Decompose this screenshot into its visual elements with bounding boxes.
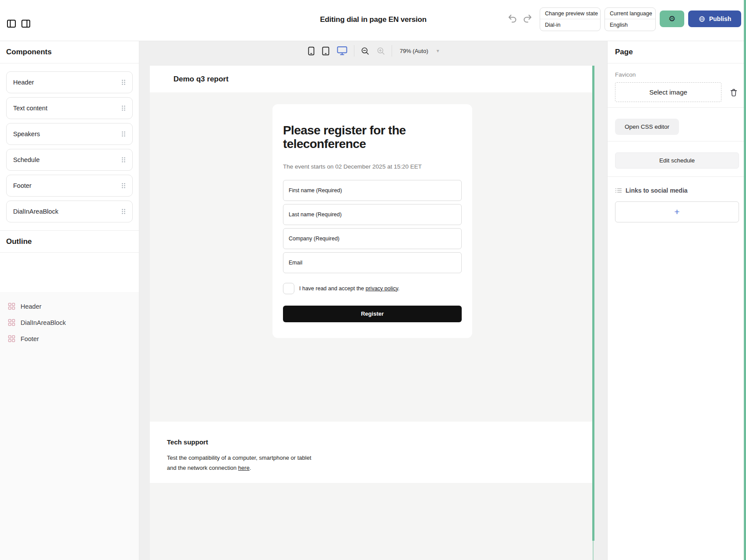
select-image-button[interactable]: Select image: [615, 82, 721, 102]
schedule-section: Edit schedule: [608, 141, 746, 177]
component-label: Footer: [13, 182, 32, 189]
page-title: Editing dial in page EN version: [139, 15, 607, 24]
components-heading: Components: [0, 41, 139, 63]
zoom-in-icon[interactable]: [376, 46, 386, 56]
page-panel-heading: Page: [608, 41, 746, 63]
site-title: Demo q3 report: [173, 75, 229, 84]
toggle-left-panel-icon[interactable]: [6, 18, 17, 29]
drag-handle-icon[interactable]: [121, 157, 126, 163]
outline-item-label: Footer: [21, 335, 39, 342]
preview-site-header[interactable]: Demo q3 report: [150, 66, 592, 92]
component-label: Text content: [13, 105, 47, 112]
component-card-text-content[interactable]: Text content: [6, 97, 133, 119]
language-selector[interactable]: Current language English: [605, 7, 656, 31]
privacy-policy-link[interactable]: privacy policy: [366, 285, 398, 292]
drag-handle-icon[interactable]: [121, 183, 126, 189]
outline-item-label: DialInAreaBlock: [21, 319, 66, 326]
panel-toggles: [6, 18, 31, 29]
redo-icon[interactable]: [522, 13, 533, 24]
outline-list: Header DialInAreaBlock F: [0, 292, 139, 353]
preview-state-value[interactable]: Dial-in: [540, 19, 600, 31]
component-card-footer[interactable]: Footer: [6, 175, 133, 197]
component-card-dialinareablock[interactable]: DialInAreaBlock: [6, 201, 133, 222]
consent-text: I have read and accept the privacy polic…: [299, 285, 400, 292]
outline-area: Header DialInAreaBlock F: [0, 292, 139, 560]
list-icon: [615, 187, 622, 194]
language-value[interactable]: English: [605, 19, 655, 31]
open-css-editor-button[interactable]: Open CSS editor: [615, 119, 679, 135]
consent-prefix: I have read and accept the: [299, 285, 366, 292]
canvas-toolbar: 79% (Auto) ▾: [139, 41, 607, 60]
zoom-out-icon[interactable]: [360, 46, 370, 56]
component-label: Speakers: [13, 130, 40, 137]
last-name-field[interactable]: Last name (Required): [283, 204, 462, 225]
editor-canvas: 79% (Auto) ▾ Demo q3 report Please regis…: [139, 41, 607, 560]
desktop-preview-icon[interactable]: [336, 45, 348, 56]
toggle-right-panel-icon[interactable]: [21, 18, 31, 29]
drag-handle-icon[interactable]: [121, 105, 126, 111]
component-card-speakers[interactable]: Speakers: [6, 123, 133, 145]
tech-support-line1: Test the compatibility of a computer, sm…: [167, 454, 311, 461]
outline-item-dialinareablock[interactable]: DialInAreaBlock: [8, 319, 131, 326]
publish-label: Publish: [709, 15, 732, 22]
preview-edge-accent: [592, 66, 594, 541]
plus-icon: +: [674, 207, 679, 217]
toolbar-divider: [392, 45, 392, 56]
registration-title: Please register for the teleconference: [283, 123, 445, 151]
component-label: Schedule: [13, 156, 39, 163]
component-label: DialInAreaBlock: [13, 208, 58, 215]
publish-button[interactable]: Publish: [688, 11, 741, 27]
drag-handle-icon[interactable]: [121, 131, 126, 137]
components-sidebar: Components Header Text content: [0, 41, 139, 560]
blocks-grid-icon: [8, 335, 15, 342]
social-links-section: Links to social media +: [608, 187, 746, 222]
mobile-preview-icon[interactable]: [307, 46, 315, 56]
drag-handle-icon[interactable]: [121, 208, 126, 215]
trash-icon[interactable]: [729, 87, 739, 98]
blocks-grid-icon: [8, 303, 15, 310]
screen-edge-accent: [744, 0, 746, 560]
tablet-preview-icon[interactable]: [321, 46, 330, 56]
page-preview: Demo q3 report Please register for the t…: [150, 66, 592, 560]
first-name-field[interactable]: First name (Required): [283, 180, 462, 201]
drag-handle-icon[interactable]: [121, 79, 126, 85]
preview-background: [150, 483, 592, 560]
event-start-text: The event starts on 02 December 2025 at …: [283, 163, 462, 170]
consent-suffix: .: [398, 285, 400, 292]
caret-down-icon[interactable]: ▾: [437, 48, 439, 54]
preview-dialin-block: Please register for the teleconference T…: [150, 92, 592, 422]
preview-footer-block[interactable]: Tech support Test the compatibility of a…: [150, 422, 592, 483]
settings-button[interactable]: ⚙: [660, 11, 684, 27]
tech-support-text: Test the compatibility of a computer, sm…: [167, 453, 316, 473]
favicon-section: Favicon Select image: [608, 63, 746, 108]
components-list: Header Text content Speakers: [0, 63, 139, 230]
outline-item-label: Header: [21, 303, 42, 310]
add-social-link-button[interactable]: +: [615, 201, 739, 222]
component-card-schedule[interactable]: Schedule: [6, 149, 133, 171]
company-field[interactable]: Company (Required): [283, 228, 462, 249]
top-bar: Editing dial in page EN version Change p…: [0, 0, 746, 41]
outline-heading: Outline: [0, 230, 139, 253]
privacy-checkbox[interactable]: [283, 283, 294, 294]
registration-card[interactable]: Please register for the teleconference T…: [272, 104, 472, 338]
outline-item-header[interactable]: Header: [8, 303, 131, 310]
email-field[interactable]: Email: [283, 252, 462, 273]
tech-support-line2-suffix: .: [250, 465, 251, 471]
preview-state-selector[interactable]: Change preview state Dial-in: [540, 7, 601, 31]
tech-support-line2: and the network connection: [167, 465, 238, 471]
toolbar-divider: [354, 45, 354, 56]
undo-icon[interactable]: [507, 13, 518, 24]
component-card-header[interactable]: Header: [6, 71, 133, 93]
network-test-link[interactable]: here: [238, 465, 250, 471]
register-button[interactable]: Register: [283, 306, 462, 322]
globe-icon: [698, 15, 706, 23]
zoom-level[interactable]: 79% (Auto): [400, 48, 428, 54]
language-label: Current language: [605, 8, 655, 19]
outline-item-footer[interactable]: Footer: [8, 335, 131, 342]
preview-state-label: Change preview state: [540, 8, 600, 19]
preview-edge-accent-thin: [593, 541, 594, 560]
edit-schedule-button[interactable]: Edit schedule: [615, 152, 739, 169]
gear-icon: ⚙: [668, 14, 675, 24]
css-editor-section: Open CSS editor: [608, 108, 746, 141]
favicon-label: Favicon: [615, 71, 739, 78]
